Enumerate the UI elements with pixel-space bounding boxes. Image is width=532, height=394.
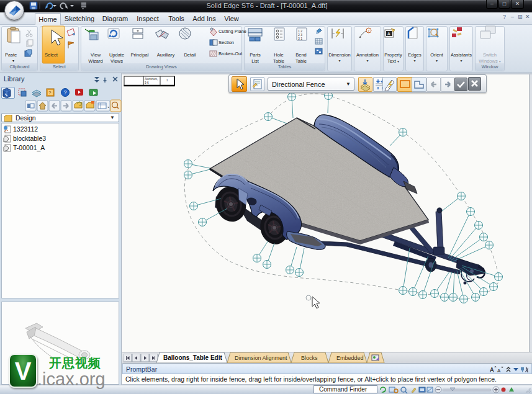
svg-text:Embedded: Embedded [336, 355, 364, 361]
svg-text:Cutting Plane: Cutting Plane [219, 29, 246, 34]
svg-text:?: ? [48, 90, 52, 96]
svg-text:Dimension Alignment: Dimension Alignment [235, 355, 287, 361]
svg-text:A: A [497, 368, 501, 374]
svg-text:Aluminum,: Aluminum, [145, 78, 158, 81]
svg-text:7: 7 [367, 29, 369, 33]
svg-text:Blocks: Blocks [301, 355, 318, 361]
svg-text:A: A [490, 367, 494, 374]
svg-text:A: A [387, 32, 390, 36]
svg-text:5-6: 5-6 [145, 81, 149, 84]
svg-text:3 1: 3 1 [298, 37, 302, 40]
svg-text:Balloons_Table Edit: Balloons_Table Edit [163, 354, 222, 361]
svg-text:Section: Section [219, 40, 234, 45]
svg-text:Broken-Out: Broken-Out [219, 51, 243, 56]
svg-text:?: ? [64, 89, 67, 96]
